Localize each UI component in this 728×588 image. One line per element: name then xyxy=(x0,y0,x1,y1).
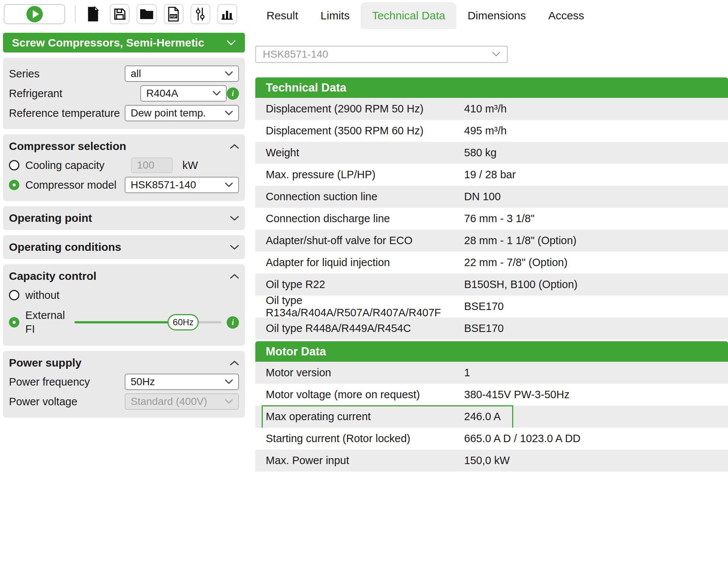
power-frequency-field: Power frequency 50Hz xyxy=(9,374,239,390)
row-value: 28 mm - 1 1/8" (Option) xyxy=(464,234,728,247)
capacity-without-label: without xyxy=(25,289,239,301)
power-voltage-select[interactable]: Standard (400V) xyxy=(125,393,239,410)
row-value: B150SH, B100 (Option) xyxy=(464,278,728,291)
chevron-down-icon xyxy=(225,379,233,384)
row-value: 665.0 A D / 1023.0 A DD xyxy=(464,432,728,445)
motor-data-rows: Motor version 1 Motor voltage (more on r… xyxy=(255,362,728,472)
row-label: Max. Power input xyxy=(255,454,464,467)
product-group-selector[interactable]: Screw Compressors, Semi-Hermetic xyxy=(3,33,245,52)
operating-point-header[interactable]: Operating point xyxy=(9,211,239,226)
new-file-button[interactable] xyxy=(83,4,103,24)
section-title: Power supply xyxy=(9,357,82,369)
reference-temperature-select[interactable]: Dew point temp. xyxy=(125,105,239,121)
table-row: Connection discharge line 76 mm - 3 1/8" xyxy=(255,208,728,230)
compressor-selection-header[interactable]: Compressor selection xyxy=(9,139,239,154)
capacity-control-header[interactable]: Capacity control xyxy=(9,269,239,284)
compressor-model-select[interactable]: HSK8571-140 xyxy=(125,177,239,193)
capacity-info-icon[interactable]: i xyxy=(227,316,239,329)
chevron-down-icon xyxy=(230,245,239,250)
run-calculation-button[interactable] xyxy=(4,4,65,24)
row-label: Oil type R134a/R404A/R507A/R407A/R407F xyxy=(255,294,464,319)
chevron-up-icon xyxy=(230,360,239,366)
bar-chart-icon xyxy=(220,7,234,21)
row-label: Displacement (2900 RPM 50 Hz) xyxy=(255,103,464,115)
tab-limits[interactable]: Limits xyxy=(309,2,361,29)
compare-button[interactable] xyxy=(191,4,210,24)
cooling-capacity-input[interactable] xyxy=(131,157,173,173)
row-value: 22 mm - 7/8" (Option) xyxy=(464,256,728,269)
chevron-down-icon xyxy=(225,182,233,188)
toolbar-divider xyxy=(75,5,76,23)
capacity-external-radio[interactable] xyxy=(9,317,19,327)
row-label: Oil type R22 xyxy=(255,278,464,291)
row-value: 246.0 A xyxy=(464,410,728,423)
table-row: Max operating current 246.0 A xyxy=(255,406,728,428)
model-selector[interactable]: HSK8571-140 xyxy=(255,46,508,63)
table-row: Oil type R22 B150SH, B100 (Option) xyxy=(255,274,728,295)
cooling-capacity-row: Cooling capacity kW xyxy=(9,157,239,173)
cooling-capacity-radio[interactable] xyxy=(9,160,19,170)
row-label: Connection discharge line xyxy=(255,212,464,225)
refrigerant-info-icon[interactable]: i xyxy=(227,87,239,100)
row-value: DN 100 xyxy=(464,191,728,203)
technical-data-rows: Displacement (2900 RPM 50 Hz) 410 m³/h D… xyxy=(255,98,728,339)
row-value: 1 xyxy=(464,367,728,379)
row-value: BSE170 xyxy=(464,322,728,335)
cooling-capacity-unit: kW xyxy=(173,159,239,172)
svg-text:PDF: PDF xyxy=(170,15,177,18)
chart-button[interactable] xyxy=(217,4,237,24)
table-row: Max. pressure (LP/HP) 19 / 28 bar xyxy=(255,164,728,186)
chevron-down-icon xyxy=(230,215,239,221)
tab-result[interactable]: Result xyxy=(255,2,309,29)
open-folder-button[interactable] xyxy=(137,4,156,24)
chevron-down-icon xyxy=(225,71,233,76)
pdf-export-button[interactable]: PDF xyxy=(164,4,183,24)
table-row: Starting current (Rotor locked) 665.0 A … xyxy=(255,428,728,450)
frequency-slider[interactable]: 60Hz xyxy=(74,314,221,331)
slider-thumb[interactable]: 60Hz xyxy=(167,314,199,330)
reference-temperature-label: Reference temperature xyxy=(9,107,125,119)
operating-conditions-header[interactable]: Operating conditions xyxy=(9,240,239,255)
chevron-down-icon xyxy=(213,91,221,96)
series-select[interactable]: all xyxy=(125,65,239,82)
power-supply-card: Power supply Power frequency 50Hz Power … xyxy=(3,351,245,418)
row-value: 150,0 kW xyxy=(464,454,728,467)
section-title: Compressor selection xyxy=(9,140,126,153)
tab-bar: Result Limits Technical Data Dimensions … xyxy=(255,0,584,29)
tab-technical-data[interactable]: Technical Data xyxy=(361,2,456,29)
row-label: Adapter/shut-off valve for ECO xyxy=(255,234,464,247)
refrigerant-select[interactable]: R404A xyxy=(140,85,227,102)
sidebar: PDF Screw Compressors, Semi-Hermetic Ser… xyxy=(0,0,248,418)
operating-point-card: Operating point xyxy=(3,206,245,230)
chevron-up-icon xyxy=(230,144,239,149)
motor-data-header: Motor Data xyxy=(255,341,728,362)
model-selector-value: HSK8571-140 xyxy=(263,48,328,60)
capacity-external-label: External FI xyxy=(25,309,73,336)
pdf-icon: PDF xyxy=(167,7,180,22)
row-value: 410 m³/h xyxy=(464,103,728,115)
table-row: Oil type R448A/R449A/R454C BSE170 xyxy=(255,317,728,339)
table-row: Displacement (3500 RPM 60 Hz) 495 m³/h xyxy=(255,120,728,142)
tab-dimensions[interactable]: Dimensions xyxy=(456,2,537,29)
row-value: 580 kg xyxy=(464,147,728,159)
filters-card: Series all Refrigerant R404A i Reference… xyxy=(3,58,245,129)
compressor-model-radio[interactable] xyxy=(9,180,19,190)
table-row: Weight 580 kg xyxy=(255,142,728,164)
toolbar: PDF xyxy=(0,0,248,28)
section-title: Operating conditions xyxy=(9,241,121,253)
technical-data-header: Technical Data xyxy=(255,77,728,98)
compressor-model-value: HSK8571-140 xyxy=(131,179,196,191)
motor-data-table: Motor Data Motor version 1 Motor voltage… xyxy=(255,341,728,472)
slider-value: 60Hz xyxy=(173,317,194,327)
new-file-icon xyxy=(86,6,100,22)
save-button[interactable] xyxy=(110,4,130,24)
save-icon xyxy=(113,7,127,21)
table-row: Motor voltage (more on request) 380-415V… xyxy=(255,384,728,406)
power-frequency-select[interactable]: 50Hz xyxy=(125,374,239,390)
row-label: Motor version xyxy=(255,367,464,379)
power-supply-header[interactable]: Power supply xyxy=(9,355,239,370)
tab-accessories[interactable]: Accessories xyxy=(537,2,584,29)
row-label: Max operating current xyxy=(255,410,464,423)
capacity-without-radio[interactable] xyxy=(9,290,19,300)
product-group-label: Screw Compressors, Semi-Hermetic xyxy=(12,36,204,49)
